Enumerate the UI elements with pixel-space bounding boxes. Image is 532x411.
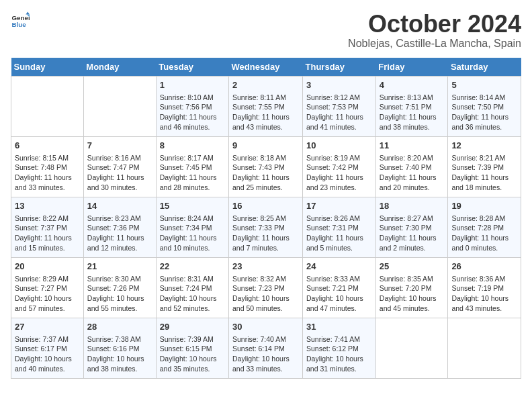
calendar-cell: 2Sunrise: 8:11 AM Sunset: 7:55 PM Daylig… [229,76,303,136]
calendar-cell: 24Sunrise: 8:33 AM Sunset: 7:21 PM Dayli… [303,257,376,318]
calendar-cell: 31Sunrise: 7:41 AM Sunset: 6:12 PM Dayli… [303,318,376,378]
day-number: 13 [15,200,80,212]
calendar-cell: 9Sunrise: 8:18 AM Sunset: 7:43 PM Daylig… [229,136,303,197]
calendar-cell: 10Sunrise: 8:19 AM Sunset: 7:42 PM Dayli… [303,136,376,197]
calendar-cell: 27Sunrise: 7:37 AM Sunset: 6:17 PM Dayli… [11,318,84,378]
day-number: 30 [232,321,299,333]
day-number: 5 [451,79,517,91]
calendar-cell: 11Sunrise: 8:20 AM Sunset: 7:40 PM Dayli… [375,136,448,197]
day-info: Sunrise: 8:10 AM Sunset: 7:56 PM Dayligh… [160,93,225,132]
calendar-week-row: 27Sunrise: 7:37 AM Sunset: 6:17 PM Dayli… [11,318,521,378]
logo: General Blue [11,11,30,30]
calendar-cell: 23Sunrise: 8:32 AM Sunset: 7:23 PM Dayli… [229,257,303,318]
day-number: 18 [380,200,445,212]
calendar-week-row: 13Sunrise: 8:22 AM Sunset: 7:37 PM Dayli… [11,197,521,257]
calendar-cell: 18Sunrise: 8:27 AM Sunset: 7:30 PM Dayli… [375,197,448,257]
page-header: General Blue October 2024 Noblejas, Cast… [11,11,521,50]
day-number: 11 [380,140,445,152]
day-number: 27 [15,321,80,333]
calendar-cell: 7Sunrise: 8:16 AM Sunset: 7:47 PM Daylig… [83,136,156,197]
calendar-cell: 14Sunrise: 8:23 AM Sunset: 7:36 PM Dayli… [83,197,156,257]
day-number: 26 [451,261,517,273]
weekday-header-tuesday: Tuesday [156,58,228,77]
day-info: Sunrise: 8:25 AM Sunset: 7:33 PM Dayligh… [232,214,299,253]
day-info: Sunrise: 7:37 AM Sunset: 6:17 PM Dayligh… [15,334,80,374]
day-info: Sunrise: 8:14 AM Sunset: 7:50 PM Dayligh… [451,93,517,132]
calendar-cell: 30Sunrise: 7:40 AM Sunset: 6:14 PM Dayli… [229,318,303,378]
day-info: Sunrise: 8:11 AM Sunset: 7:55 PM Dayligh… [232,93,299,132]
day-number: 21 [87,261,152,273]
calendar-table: SundayMondayTuesdayWednesdayThursdayFrid… [11,58,521,379]
day-info: Sunrise: 8:29 AM Sunset: 7:27 PM Dayligh… [15,274,80,314]
day-info: Sunrise: 8:23 AM Sunset: 7:36 PM Dayligh… [87,214,152,253]
day-number: 23 [232,261,299,273]
day-number: 29 [160,321,225,333]
day-number: 24 [306,261,372,273]
day-info: Sunrise: 8:36 AM Sunset: 7:19 PM Dayligh… [451,274,517,314]
svg-text:Blue: Blue [11,21,26,28]
day-number: 28 [87,321,152,333]
day-info: Sunrise: 7:41 AM Sunset: 6:12 PM Dayligh… [306,334,372,374]
calendar-cell [11,76,84,136]
day-number: 14 [87,200,152,212]
calendar-week-row: 20Sunrise: 8:29 AM Sunset: 7:27 PM Dayli… [11,257,521,318]
day-info: Sunrise: 8:27 AM Sunset: 7:30 PM Dayligh… [380,214,445,253]
calendar-cell: 28Sunrise: 7:38 AM Sunset: 6:16 PM Dayli… [83,318,156,378]
calendar-cell: 21Sunrise: 8:30 AM Sunset: 7:26 PM Dayli… [83,257,156,318]
main-title: October 2024 [348,11,521,38]
day-info: Sunrise: 8:28 AM Sunset: 7:28 PM Dayligh… [451,214,517,253]
calendar-cell: 12Sunrise: 8:21 AM Sunset: 7:39 PM Dayli… [448,136,521,197]
day-number: 20 [15,261,80,273]
calendar-cell: 22Sunrise: 8:31 AM Sunset: 7:24 PM Dayli… [156,257,228,318]
day-number: 9 [232,140,299,152]
calendar-cell [448,318,521,378]
day-number: 17 [306,200,372,212]
logo-icon: General Blue [11,11,30,30]
day-info: Sunrise: 8:24 AM Sunset: 7:34 PM Dayligh… [160,214,225,253]
calendar-cell [83,76,156,136]
subtitle: Noblejas, Castille-La Mancha, Spain [348,38,521,50]
calendar-cell: 1Sunrise: 8:10 AM Sunset: 7:56 PM Daylig… [156,76,228,136]
day-info: Sunrise: 8:20 AM Sunset: 7:40 PM Dayligh… [380,153,445,193]
day-info: Sunrise: 8:26 AM Sunset: 7:31 PM Dayligh… [306,214,372,253]
calendar-cell: 8Sunrise: 8:17 AM Sunset: 7:45 PM Daylig… [156,136,228,197]
calendar-cell: 20Sunrise: 8:29 AM Sunset: 7:27 PM Dayli… [11,257,84,318]
weekday-header-sunday: Sunday [11,58,84,77]
day-number: 25 [380,261,445,273]
day-info: Sunrise: 8:12 AM Sunset: 7:53 PM Dayligh… [306,93,372,132]
weekday-header-monday: Monday [83,58,156,77]
calendar-cell: 15Sunrise: 8:24 AM Sunset: 7:34 PM Dayli… [156,197,228,257]
calendar-cell: 25Sunrise: 8:35 AM Sunset: 7:20 PM Dayli… [375,257,448,318]
day-info: Sunrise: 8:31 AM Sunset: 7:24 PM Dayligh… [160,274,225,314]
calendar-week-row: 6Sunrise: 8:15 AM Sunset: 7:48 PM Daylig… [11,136,521,197]
day-info: Sunrise: 8:35 AM Sunset: 7:20 PM Dayligh… [380,274,445,314]
title-area: October 2024 Noblejas, Castille-La Manch… [348,11,521,50]
calendar-week-row: 1Sunrise: 8:10 AM Sunset: 7:56 PM Daylig… [11,76,521,136]
day-number: 6 [15,140,80,152]
calendar-cell: 6Sunrise: 8:15 AM Sunset: 7:48 PM Daylig… [11,136,84,197]
day-info: Sunrise: 8:15 AM Sunset: 7:48 PM Dayligh… [15,153,80,193]
calendar-cell: 16Sunrise: 8:25 AM Sunset: 7:33 PM Dayli… [229,197,303,257]
day-info: Sunrise: 8:21 AM Sunset: 7:39 PM Dayligh… [451,153,517,193]
day-number: 7 [87,140,152,152]
day-number: 8 [160,140,225,152]
weekday-header-friday: Friday [375,58,448,77]
weekday-header-thursday: Thursday [303,58,376,77]
day-number: 1 [160,79,225,91]
calendar-cell: 19Sunrise: 8:28 AM Sunset: 7:28 PM Dayli… [448,197,521,257]
calendar-cell: 4Sunrise: 8:13 AM Sunset: 7:51 PM Daylig… [375,76,448,136]
day-info: Sunrise: 7:38 AM Sunset: 6:16 PM Dayligh… [87,334,152,374]
calendar-cell: 3Sunrise: 8:12 AM Sunset: 7:53 PM Daylig… [303,76,376,136]
day-info: Sunrise: 8:22 AM Sunset: 7:37 PM Dayligh… [15,214,80,253]
calendar-cell: 13Sunrise: 8:22 AM Sunset: 7:37 PM Dayli… [11,197,84,257]
day-number: 4 [380,79,445,91]
day-number: 15 [160,200,225,212]
day-info: Sunrise: 7:39 AM Sunset: 6:15 PM Dayligh… [160,334,225,374]
calendar-cell [375,318,448,378]
day-number: 12 [451,140,517,152]
day-info: Sunrise: 8:13 AM Sunset: 7:51 PM Dayligh… [380,93,445,132]
weekday-header-saturday: Saturday [448,58,521,77]
calendar-cell: 17Sunrise: 8:26 AM Sunset: 7:31 PM Dayli… [303,197,376,257]
svg-marker-2 [26,11,30,14]
calendar-cell: 26Sunrise: 8:36 AM Sunset: 7:19 PM Dayli… [448,257,521,318]
